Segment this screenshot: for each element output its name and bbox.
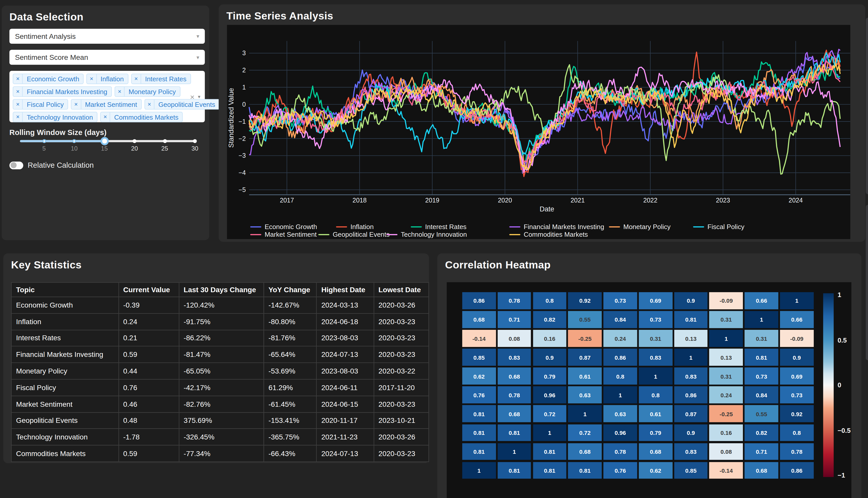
- remove-icon[interactable]: ×: [145, 100, 154, 109]
- slider-mark-dot[interactable]: [132, 139, 136, 143]
- table-cell: -82.76%: [179, 396, 264, 412]
- table-row: Technology Innovation-1.78-326.45%-365.7…: [11, 429, 429, 445]
- slider-label: Rolling Window Size (days): [10, 128, 107, 136]
- slider-mark-label: 15: [101, 145, 108, 152]
- table-cell: -0.39: [118, 297, 179, 313]
- legend-swatch: [609, 226, 620, 227]
- slider-mark-dot[interactable]: [73, 139, 76, 143]
- slider-handle[interactable]: [100, 137, 108, 145]
- slider-mark-dot[interactable]: [193, 139, 197, 143]
- heatmap-cell: 0.31: [710, 368, 743, 384]
- topics-multiselect[interactable]: ×Economic Growth×Inflation×Interest Rate…: [10, 71, 205, 122]
- remove-icon[interactable]: ×: [72, 100, 81, 109]
- remove-icon[interactable]: ×: [101, 112, 111, 122]
- table-row: Commodities Markets0.59-77.34%-66.43%202…: [11, 445, 429, 462]
- topic-chip[interactable]: ×Inflation: [87, 74, 128, 84]
- legend-item[interactable]: Inflation: [336, 223, 374, 231]
- clipped-panel-edge: [866, 205, 868, 360]
- svg-text:0: 0: [242, 101, 246, 108]
- panel-title: Time Series Analysis: [226, 10, 333, 22]
- metric-dropdown[interactable]: Sentiment Score Mean ▾: [10, 50, 205, 65]
- column-header: Current Value: [118, 283, 179, 297]
- legend-item[interactable]: Geopolitical Events: [319, 231, 390, 238]
- legend-item[interactable]: Interest Rates: [411, 223, 466, 231]
- analysis-type-dropdown[interactable]: Sentiment Analysis ▾: [10, 29, 205, 44]
- table-cell: 2024-06-15: [316, 396, 374, 412]
- legend-label: Fiscal Policy: [708, 223, 744, 231]
- time-series-chart[interactable]: 3210−1−2−3−4−520172018201920202021202220…: [227, 25, 850, 239]
- remove-icon[interactable]: ×: [115, 87, 125, 96]
- table-cell: 2020-03-26: [374, 429, 429, 445]
- topic-chip[interactable]: ×Fiscal Policy: [13, 99, 68, 109]
- heatmap-chart[interactable]: 0.860.780.80.920.730.690.9-0.090.6610.68…: [447, 282, 851, 498]
- legend-item[interactable]: Economic Growth: [250, 223, 317, 231]
- clear-all-icon[interactable]: ×: [190, 92, 195, 101]
- heatmap-cell: 0.72: [533, 405, 567, 422]
- svg-text:2017: 2017: [280, 197, 294, 204]
- heatmap-cell: 1: [710, 330, 743, 347]
- legend-item[interactable]: Fiscal Policy: [693, 223, 744, 231]
- legend-swatch: [386, 234, 398, 235]
- remove-icon[interactable]: ×: [13, 100, 23, 109]
- heatmap-cell: 0.13: [710, 349, 743, 366]
- slider-mark-dot[interactable]: [42, 139, 46, 143]
- heatmap-cell: 0.16: [710, 424, 743, 441]
- legend-item[interactable]: Market Sentiment: [250, 231, 316, 238]
- legend-item[interactable]: Monetary Policy: [609, 223, 671, 231]
- legend-item[interactable]: Technology Innovation: [386, 231, 467, 238]
- chevron-down-icon[interactable]: ▾: [198, 94, 200, 100]
- topic-chip[interactable]: ×Monetary Policy: [115, 87, 180, 97]
- svg-text:−3: −3: [238, 152, 246, 159]
- svg-text:Date: Date: [540, 205, 554, 213]
- table-cell: 2020-03-23: [374, 313, 429, 330]
- topic-chip[interactable]: ×Technology Innovation: [13, 112, 98, 122]
- heatmap-cell: 0.69: [780, 368, 814, 384]
- dropdown-value: Sentiment Score Mean: [15, 53, 88, 61]
- topic-chip[interactable]: ×Commodities Markets: [100, 112, 183, 122]
- rolling-window-slider[interactable]: 51015202530: [10, 136, 204, 158]
- slider-mark-dot[interactable]: [163, 139, 167, 143]
- colorbar-tick-label: −0.5: [838, 427, 851, 434]
- legend-item[interactable]: Financial Markets Investing: [509, 223, 604, 231]
- table-cell: 375.69%: [179, 412, 264, 429]
- chevron-down-icon[interactable]: ▾: [196, 54, 199, 60]
- table-cell: 0.76: [118, 379, 179, 396]
- remove-icon[interactable]: ×: [13, 74, 23, 83]
- chevron-down-icon[interactable]: ▾: [196, 33, 199, 39]
- legend-item[interactable]: Commodities Markets: [509, 231, 588, 238]
- topic-chip[interactable]: ×Interest Rates: [131, 74, 191, 84]
- topic-chip[interactable]: ×Economic Growth: [13, 74, 83, 84]
- topic-chip[interactable]: ×Geopolitical Events: [144, 99, 220, 109]
- table-cell: 0.46: [118, 396, 179, 412]
- remove-icon[interactable]: ×: [13, 87, 23, 96]
- table-cell: 2020-03-22: [374, 363, 429, 379]
- heatmap-cell: 0.9: [674, 292, 708, 309]
- heatmap-cell: 0.08: [497, 330, 531, 347]
- topic-chip[interactable]: ×Financial Markets Investing: [13, 87, 112, 97]
- table-cell: -80.80%: [264, 313, 316, 330]
- legend-label: Technology Innovation: [401, 231, 467, 238]
- svg-text:2019: 2019: [425, 197, 439, 204]
- relative-calculation-toggle[interactable]: [10, 161, 23, 169]
- remove-icon[interactable]: ×: [87, 74, 97, 83]
- table-row: Fiscal Policy0.76-42.17%61.29%2024-06-11…: [11, 379, 429, 396]
- topic-chip-label: Inflation: [97, 75, 128, 82]
- table-cell: 2024-03-13: [316, 297, 374, 313]
- heatmap-cell: 0.76: [462, 386, 496, 403]
- heatmap-cell: 0.72: [568, 424, 602, 441]
- svg-text:−1: −1: [238, 118, 246, 125]
- heatmap-cell: 0.81: [462, 424, 496, 441]
- legend-swatch: [411, 226, 422, 227]
- legend-label: Financial Markets Investing: [524, 223, 604, 231]
- heatmap-cell: 0.68: [568, 443, 602, 460]
- svg-text:Standardized Value: Standardized Value: [228, 88, 235, 148]
- remove-icon[interactable]: ×: [131, 74, 141, 83]
- table-cell: -142.67%: [264, 297, 316, 313]
- remove-icon[interactable]: ×: [13, 112, 23, 122]
- table-cell: -153.41%: [264, 412, 316, 429]
- heatmap-cell: 1: [604, 386, 637, 403]
- heatmap-cell: 0.55: [745, 405, 778, 422]
- heatmap-cell: -0.14: [710, 462, 743, 479]
- heatmap-cell: 0.73: [604, 292, 637, 309]
- topic-chip[interactable]: ×Market Sentiment: [71, 99, 141, 109]
